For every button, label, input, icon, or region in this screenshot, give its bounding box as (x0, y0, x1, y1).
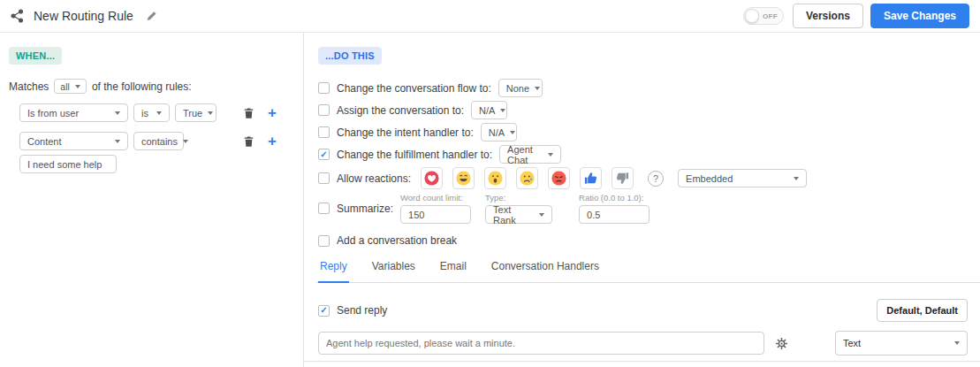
main-content: WHEN... Matches all of the following rul… (0, 33, 980, 367)
versions-button[interactable]: Versions (793, 4, 863, 28)
rule2-operator-value: contains (141, 136, 178, 147)
rule2-field-value: Content (27, 136, 62, 147)
chevron-down-icon (75, 85, 80, 88)
rule1-operator-select[interactable]: is (133, 103, 170, 122)
reply-message-input[interactable] (318, 332, 764, 355)
reply-type-select[interactable]: Text (835, 331, 968, 356)
trash-icon (243, 135, 254, 148)
chevron-down-icon (954, 341, 960, 345)
add-rule-button[interactable]: + (268, 134, 277, 149)
chevron-down-icon (535, 87, 540, 90)
summarize-type-select[interactable]: Text Rank (485, 205, 552, 224)
thumbs-up-icon (583, 171, 598, 186)
delete-rule-button[interactable] (243, 135, 254, 148)
delete-rule-button[interactable] (243, 107, 254, 119)
chevron-down-icon (156, 111, 162, 115)
word-count-label: Word count limit: (400, 193, 471, 203)
ratio-input[interactable] (579, 205, 650, 224)
wow-reaction-button[interactable] (484, 167, 506, 189)
assign-conversation-value: N/A (479, 105, 495, 116)
rule1-value-select[interactable]: True (175, 103, 217, 122)
assign-conversation-select[interactable]: N/A (471, 101, 507, 119)
action-row-assign: Assign the conversation to: N/A (318, 101, 968, 119)
thumbs-up-reaction-button[interactable] (580, 167, 602, 189)
rule2-field-select[interactable]: Content (19, 132, 128, 150)
chevron-down-icon (794, 177, 799, 180)
conversation-flow-value: None (506, 83, 529, 94)
conversation-break-checkbox[interactable] (318, 235, 330, 247)
intent-handler-checkbox[interactable] (318, 126, 330, 138)
summarize-checkbox[interactable] (318, 203, 330, 214)
save-changes-button[interactable]: Save Changes (870, 4, 969, 28)
assign-conversation-label: Assign the conversation to: (337, 104, 464, 117)
edit-title-button[interactable] (146, 10, 158, 22)
chevron-down-icon (548, 153, 553, 157)
when-panel: WHEN... Matches all of the following rul… (0, 33, 304, 367)
word-count-input[interactable] (400, 205, 471, 224)
action-row-intent: Change the intent handler to: N/A (318, 123, 968, 141)
tab-reply[interactable]: Reply (318, 260, 349, 283)
reply-settings-button[interactable] (775, 337, 788, 350)
intent-handler-value: N/A (489, 127, 505, 138)
love-reaction-button[interactable] (421, 167, 443, 189)
reactions-row: Allow reactions: (318, 167, 968, 189)
rule2-operator-select[interactable]: contains (133, 132, 184, 150)
love-reaction-icon (424, 171, 439, 186)
enabled-toggle[interactable]: OFF (743, 7, 784, 25)
add-rule-button[interactable]: + (268, 105, 277, 120)
summarize-row: Summarize: Word count limit: Type: Text … (318, 193, 968, 224)
rule1-field-value: Is from user (27, 108, 79, 119)
angry-reaction-button[interactable] (548, 167, 570, 189)
conversation-break-row: Add a conversation break (318, 234, 968, 247)
assign-conversation-checkbox[interactable] (318, 104, 330, 116)
rule1-field-select[interactable]: Is from user (19, 103, 128, 122)
send-reply-label: Send reply (337, 304, 387, 317)
toggle-knob (745, 9, 759, 23)
reactions-display-mode-value: Embedded (686, 173, 733, 184)
reactions-display-mode-select[interactable]: Embedded (678, 169, 807, 187)
intent-handler-label: Change the intent handler to: (337, 126, 474, 139)
wow-reaction-icon (488, 171, 503, 186)
matches-suffix-label: of the following rules: (92, 80, 192, 93)
haha-reaction-button[interactable] (452, 167, 475, 189)
fulfillment-handler-label: Change the fulfillment handler to: (337, 149, 492, 161)
thumbs-down-reaction-button[interactable] (612, 167, 634, 189)
summarize-type-value: Text Rank (493, 204, 534, 226)
chevron-down-icon (510, 131, 515, 134)
fulfillment-handler-select[interactable]: Agent Chat (499, 145, 561, 164)
send-reply-row: Send reply Default, Default (318, 299, 968, 322)
tab-conversation-handlers[interactable]: Conversation Handlers (490, 260, 601, 282)
toggle-state-label: OFF (763, 12, 778, 20)
action-row-flow: Change the conversation flow to: None (318, 79, 968, 97)
reactions-help-icon[interactable]: ? (648, 171, 664, 187)
chevron-down-icon (183, 140, 188, 143)
default-language-button[interactable]: Default, Default (877, 299, 968, 322)
share-button[interactable] (11, 9, 25, 23)
fulfillment-handler-checkbox[interactable] (318, 149, 330, 160)
intent-handler-select[interactable]: N/A (481, 123, 517, 141)
sad-reaction-button[interactable] (516, 167, 538, 189)
rule2-value-input[interactable] (19, 155, 117, 173)
reply-type-value: Text (843, 338, 861, 348)
matches-mode-value: all (60, 81, 70, 92)
allow-reactions-label: Allow reactions: (337, 172, 411, 185)
rule2-actions: + (243, 134, 284, 149)
chevron-down-icon (500, 109, 505, 112)
allow-reactions-checkbox[interactable] (318, 172, 330, 184)
ratio-label: Ratio (0.0 to 1.0): (579, 193, 650, 203)
tab-email[interactable]: Email (438, 260, 468, 282)
reply-message-row: Text (318, 331, 968, 356)
rule-row-2: Content contains + (19, 132, 289, 150)
rule1-actions: + (243, 105, 284, 120)
matches-row: Matches all of the following rules: (9, 79, 289, 94)
send-reply-checkbox[interactable] (318, 305, 330, 317)
fulfillment-handler-value: Agent Chat (507, 144, 543, 165)
ratio-field: Ratio (0.0 to 1.0): (579, 193, 650, 224)
section-divider (304, 361, 980, 362)
conversation-flow-checkbox[interactable] (318, 82, 330, 94)
action-row-fulfillment: Change the fulfillment handler to: Agent… (318, 145, 968, 164)
matches-mode-select[interactable]: all (54, 79, 87, 94)
conversation-flow-select[interactable]: None (498, 79, 543, 97)
tab-variables[interactable]: Variables (370, 260, 417, 282)
rule-row-1: Is from user is True (19, 103, 289, 122)
